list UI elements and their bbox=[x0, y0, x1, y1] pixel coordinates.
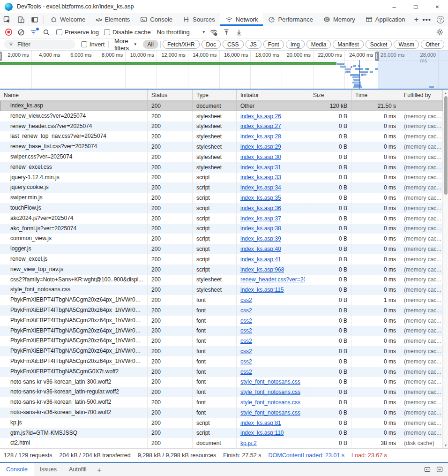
search-icon[interactable] bbox=[42, 28, 51, 37]
table-row[interactable]: noto-sans-kr-v36-korean_latin-500.woff22… bbox=[0, 397, 443, 408]
minimize-button[interactable]: – bbox=[383, 0, 405, 13]
expand-drawer-icon[interactable] bbox=[436, 466, 443, 473]
table-row[interactable]: renew_base_list.css?ver=2025074200styles… bbox=[0, 142, 443, 152]
table-row[interactable]: renew_excel.css200stylesheetindex_ks.asp… bbox=[0, 162, 443, 173]
initiator-link[interactable]: index_ks.asp:110 bbox=[240, 430, 284, 436]
initiator-link[interactable]: css2 bbox=[240, 307, 252, 314]
overview-left-handle[interactable] bbox=[0, 52, 2, 61]
tab-memory[interactable]: Memory bbox=[318, 13, 360, 26]
table-row[interactable]: swiper.min.js200scriptindex_ks.asp:350 B… bbox=[0, 193, 443, 203]
table-row[interactable]: last_renew_top_nav.css?ver=2025074200sty… bbox=[0, 131, 443, 142]
invert-checkbox[interactable] bbox=[81, 41, 87, 47]
initiator-link[interactable]: index_ks.asp:35 bbox=[240, 195, 281, 201]
initiator-link[interactable]: index_ks.asp:81 bbox=[240, 420, 281, 426]
chip-fetch-xhr[interactable]: Fetch/XHR bbox=[163, 40, 200, 49]
initiator-link[interactable]: index_ks.asp:968 bbox=[240, 266, 284, 273]
column-header-time[interactable]: Time bbox=[351, 90, 400, 100]
table-row[interactable]: ct2.html200documentkp.js:20 B38 ms(disk … bbox=[0, 438, 443, 448]
table-row[interactable]: touchFlow.js200scriptindex_ks.asp:360 B0… bbox=[0, 203, 443, 213]
scroll-up-arrow-icon[interactable]: ▲ bbox=[443, 90, 448, 96]
initiator-link[interactable]: index_ks.asp:26 bbox=[240, 113, 281, 120]
record-network-log-icon[interactable] bbox=[4, 28, 13, 37]
initiator-link[interactable]: css2 bbox=[240, 317, 252, 324]
table-row[interactable]: PbykFmXiEBPT4ITbgNA5Cgm20xz64px_1hVWr0wu… bbox=[0, 305, 443, 316]
table-row[interactable]: style_font_notosans.css200stylesheetinde… bbox=[0, 285, 443, 295]
initiator-link[interactable]: index_ks.asp:40 bbox=[240, 246, 281, 252]
initiator-link[interactable]: css2 bbox=[240, 358, 252, 365]
initiator-link[interactable]: index_ks.asp:39 bbox=[240, 235, 281, 242]
drawer-more-tools-button[interactable]: + bbox=[93, 463, 106, 476]
focus-panel-icon[interactable] bbox=[28, 13, 42, 26]
overview-right-handle[interactable] bbox=[375, 52, 379, 61]
clear-network-log-icon[interactable] bbox=[16, 28, 26, 37]
table-row[interactable]: new_view_top_nav.js200scriptindex_ks.asp… bbox=[0, 264, 443, 275]
initiator-link[interactable]: index_ks.asp:41 bbox=[240, 256, 281, 263]
network-settings-gear-icon[interactable] bbox=[435, 28, 444, 37]
tab-console[interactable]: Console bbox=[135, 13, 178, 26]
table-row[interactable]: akc_forml.js?ver=2025074200scriptindex_k… bbox=[0, 224, 443, 234]
column-header-fulfilled-by[interactable]: Fulfilled by bbox=[400, 90, 443, 100]
initiator-link[interactable]: style_font_notosans.css bbox=[240, 389, 300, 395]
more-tabs-button[interactable]: + bbox=[410, 13, 422, 26]
network-conditions-icon[interactable] bbox=[209, 28, 218, 37]
maximize-button[interactable]: □ bbox=[405, 0, 426, 13]
initiator-link[interactable]: index_ks.asp:38 bbox=[240, 225, 281, 232]
scroll-down-arrow-icon[interactable]: ▼ bbox=[443, 442, 448, 448]
table-row[interactable]: renew_header.css?ver=2025074200styleshee… bbox=[0, 121, 443, 132]
more-filters-button[interactable]: More filters ▼ bbox=[112, 38, 139, 52]
help-icon[interactable]: ? bbox=[437, 16, 444, 23]
initiator-link[interactable]: css2 bbox=[240, 327, 252, 334]
table-row[interactable]: jquery-1.12.4.min.js200scriptindex_ks.as… bbox=[0, 173, 443, 183]
chip-font[interactable]: Font bbox=[263, 40, 284, 49]
chip-img[interactable]: Img bbox=[286, 40, 305, 49]
table-row[interactable]: common_view.js200scriptindex_ks.asp:390 … bbox=[0, 234, 443, 244]
initiator-link[interactable]: css2 bbox=[240, 348, 252, 355]
tab-network[interactable]: Network bbox=[220, 13, 263, 26]
table-row[interactable]: noto-sans-kr-v36-korean_latin-300.woff22… bbox=[0, 377, 443, 387]
initiator-link[interactable]: index_ks.asp:37 bbox=[240, 215, 281, 222]
drawer-tab-issues[interactable]: Issues bbox=[34, 463, 63, 476]
tab-performance[interactable]: Performance bbox=[263, 13, 318, 26]
table-row[interactable]: gtm.js?id=GTM-KMSJSSQ200scriptindex_ks.a… bbox=[0, 428, 443, 438]
table-row[interactable]: PbykFmXiEBPT4ITbgNA5Cgm20xz64px_1hVWr0wu… bbox=[0, 336, 443, 346]
table-row[interactable]: PbykFmXiEBPT4ITbgNA5Cgm20xz64px_1hVWr0wu… bbox=[0, 295, 443, 305]
tab-elements[interactable]: </>Elements bbox=[90, 13, 135, 26]
column-header-initiator[interactable]: Initiator bbox=[237, 90, 309, 100]
preserve-log-checkbox[interactable] bbox=[56, 29, 62, 35]
console-sidebar-icon[interactable] bbox=[424, 466, 431, 473]
device-toolbar-icon[interactable] bbox=[14, 13, 28, 26]
table-row[interactable]: akc2024.js?ver=2025074200scriptindex_ks.… bbox=[0, 213, 443, 224]
tab-application[interactable]: Application bbox=[360, 13, 411, 26]
table-row[interactable]: kp.js200scriptindex_ks.asp:810 B0 ms(mem… bbox=[0, 418, 443, 428]
initiator-link[interactable]: css2 bbox=[240, 297, 252, 303]
chip-css[interactable]: CSS bbox=[223, 40, 244, 49]
chip-media[interactable]: Media bbox=[306, 40, 331, 49]
table-row[interactable]: renew_excel.js200scriptindex_ks.asp:410 … bbox=[0, 254, 443, 264]
table-row[interactable]: PbykFmXiEBPT4ITbgNA5Cgm20xz64px_1hVWr0wu… bbox=[0, 346, 443, 356]
table-row[interactable]: index_ks.asp200documentOther120 kB21.50 … bbox=[0, 101, 443, 111]
initiator-link[interactable]: index_ks.asp:31 bbox=[240, 164, 281, 171]
initiator-link[interactable]: css2 bbox=[240, 338, 252, 344]
initiator-link[interactable]: kp.js:2 bbox=[240, 440, 257, 446]
inspect-element-icon[interactable] bbox=[0, 13, 14, 26]
table-row[interactable]: PbykFmXiEBPT4ITbgNA5Cgm20xz64px_1hVWr0wu… bbox=[0, 356, 443, 367]
initiator-link[interactable]: css2 bbox=[240, 369, 252, 375]
table-row[interactable]: noto-sans-kr-v36-korean_latin-700.woff22… bbox=[0, 408, 443, 418]
chip-other[interactable]: Other bbox=[421, 40, 444, 49]
table-row[interactable]: noto-sans-kr-v36-korean_latin-regular.wo… bbox=[0, 387, 443, 397]
initiator-link[interactable]: index_ks.asp:27 bbox=[240, 123, 281, 129]
drawer-tab-console[interactable]: Console bbox=[0, 463, 34, 476]
scrollbar-thumb[interactable] bbox=[444, 96, 448, 195]
filter-input[interactable]: Filter bbox=[4, 40, 75, 49]
initiator-link[interactable]: renew_header.css?ver=2025074 bbox=[240, 276, 305, 283]
drawer-tab-autofill[interactable]: Autofill bbox=[63, 463, 93, 476]
column-header-size[interactable]: Size bbox=[309, 90, 351, 100]
initiator-link[interactable]: index_ks.asp:33 bbox=[240, 174, 281, 181]
table-row[interactable]: swiper.css?ver=2025074200stylesheetindex… bbox=[0, 152, 443, 162]
tab-sources[interactable]: Sources bbox=[178, 13, 220, 26]
initiator-link[interactable]: style_font_notosans.css bbox=[240, 399, 300, 406]
throttling-select[interactable]: No throttling ▼ bbox=[157, 29, 206, 36]
table-scrollbar[interactable]: ▲ ▼ bbox=[443, 90, 448, 448]
disable-cache-checkbox[interactable] bbox=[104, 29, 110, 35]
network-overview-timeline[interactable]: 2,000 ms4,000 ms6,000 ms8,000 ms10,000 m… bbox=[0, 51, 448, 90]
